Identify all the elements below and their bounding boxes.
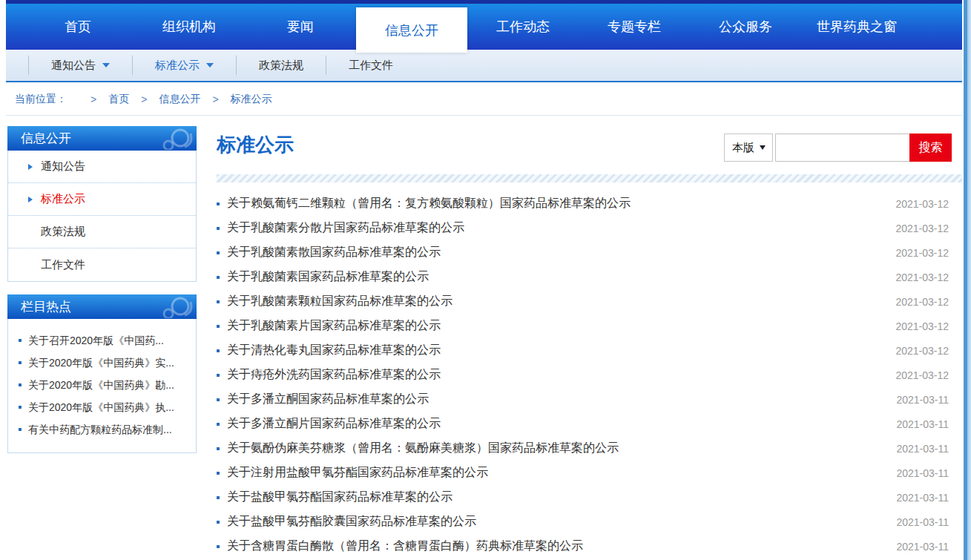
breadcrumb-link[interactable]: 信息公开	[159, 93, 200, 106]
list-item[interactable]: 关于清热化毒丸国家药品标准草案的公示 2021-03-12	[217, 338, 962, 363]
list-item-title[interactable]: 关于清热化毒丸国家药品标准草案的公示	[227, 343, 895, 358]
list-item-title[interactable]: 关于氨酚伪麻美芬糖浆（曾用名：氨酚麻美糖浆）国家药品标准草案的公示	[227, 441, 896, 456]
breadcrumb-link[interactable]: 首页	[108, 93, 129, 106]
list-item[interactable]: 关于赖氨葡钙二维颗粒（曾用名：复方赖氨酸颗粒）国家药品标准草案的公示 2021-…	[217, 191, 962, 216]
list-item-date: 2021-03-11	[896, 467, 949, 479]
list-item-title[interactable]: 关于盐酸甲氯芬酯胶囊国家药品标准草案的公示	[227, 514, 896, 530]
nav-tab-label: 专题专栏	[608, 18, 661, 36]
nav-tab[interactable]: 专题专栏	[579, 4, 690, 50]
list-item-title[interactable]: 关于注射用盐酸甲氯芬酯国家药品标准草案的公示	[227, 465, 896, 481]
sidebar-section-hot: 栏目热点 关于召开2020年版《中国药... 关于2020年版《中国药典》实..…	[7, 294, 197, 453]
bullet-icon	[217, 447, 220, 450]
breadcrumb-item: > 信息公开	[129, 93, 200, 106]
search-input[interactable]	[775, 134, 909, 162]
bullet-icon	[217, 496, 220, 499]
breadcrumb: 当前位置： > 首页 > 信息公开 > 标准公示	[6, 84, 962, 116]
sidebar-menu-item[interactable]: 工作文件	[8, 248, 196, 281]
search-category-select[interactable]: 本版	[724, 134, 773, 162]
list-item-title[interactable]: 关于痔疮外洗药国家药品标准草案的公示	[227, 367, 895, 383]
list-item[interactable]: 关于多潘立酮国家药品标准草案的公示 2021-03-11	[217, 387, 962, 412]
list-item[interactable]: 关于盐酸甲氯芬酯国家药品标准草案的公示 2021-03-11	[217, 485, 962, 510]
list-item-title[interactable]: 关于乳酸菌素颗粒国家药品标准草案的公示	[227, 294, 895, 309]
hot-list-item[interactable]: 关于2020年版《中国药典》实...	[19, 352, 188, 374]
arrow-right-icon	[28, 197, 33, 202]
list-item-date: 2021-03-11	[896, 418, 949, 430]
sidebar-menu-item-label: 通知公告	[41, 159, 85, 174]
breadcrumb-label: 当前位置：	[15, 93, 67, 106]
sidebar-menu-item[interactable]: 通知公告	[8, 151, 196, 183]
subnav-item-label: 工作文件	[349, 59, 393, 73]
breadcrumb-item: > 标准公示	[200, 93, 271, 106]
bullet-icon	[217, 521, 220, 524]
sidebar-menu-item[interactable]: 政策法规	[8, 216, 196, 248]
list-item-date: 2021-03-11	[896, 492, 949, 504]
bullet-icon	[217, 300, 220, 303]
list-item[interactable]: 关于乳酸菌素片国家药品标准草案的公示 2021-03-12	[217, 314, 962, 338]
list-item[interactable]: 关于痔疮外洗药国家药品标准草案的公示 2021-03-12	[217, 363, 962, 387]
bullet-icon	[217, 251, 220, 254]
sidebar-menu-item-label: 标准公示	[41, 192, 85, 206]
subnav-item[interactable]: 标准公示	[132, 56, 236, 75]
subnav-item[interactable]: 政策法规	[236, 56, 326, 75]
nav-tab-label: 工作动态	[496, 18, 550, 36]
sub-nav: 通知公告 标准公示 政策法规 工作文件	[6, 50, 962, 82]
hot-list-item-label: 关于召开2020年版《中国药...	[28, 329, 164, 352]
main-content: 标准公示 本版 搜索 关于赖氨葡钙二维颗粒（曾用名：复方赖氨酸颗粒）国家药品标准…	[208, 126, 962, 559]
list-item[interactable]: 关于乳酸菌素颗粒国家药品标准草案的公示 2021-03-12	[217, 289, 962, 314]
arrow-right-icon	[28, 164, 33, 170]
list-item[interactable]: 关于氨酚伪麻美芬糖浆（曾用名：氨酚麻美糖浆）国家药品标准草案的公示 2021-0…	[217, 436, 962, 461]
hot-list-item[interactable]: 有关中药配方颗粒药品标准制...	[19, 418, 188, 441]
breadcrumb-link[interactable]: 标准公示	[231, 93, 272, 106]
page-title: 标准公示	[217, 132, 294, 158]
nav-tab[interactable]: 公众服务	[690, 4, 801, 50]
nav-tab[interactable]: 工作动态	[467, 4, 579, 50]
list-item-title[interactable]: 关于含糖胃蛋白酶散（曾用名：含糖胃蛋白酶）药典标准草案的公示	[227, 538, 896, 554]
nav-tab[interactable]: 信息公开	[356, 7, 467, 53]
list-item[interactable]: 关于含糖胃蛋白酶散（曾用名：含糖胃蛋白酶）药典标准草案的公示 2021-03-1…	[217, 534, 962, 559]
page-scrollbar[interactable]	[962, 0, 971, 560]
list-item-date: 2021-03-12	[895, 198, 949, 210]
sidebar-menu-item[interactable]: 标准公示	[8, 183, 196, 216]
nav-tab[interactable]: 首页	[22, 4, 134, 50]
list-item[interactable]: 关于多潘立酮片国家药品标准草案的公示 2021-03-11	[217, 412, 962, 436]
nav-tab-label: 世界药典之窗	[817, 18, 897, 36]
list-item-title[interactable]: 关于盐酸甲氯芬酯国家药品标准草案的公示	[227, 490, 896, 505]
subnav-item[interactable]: 工作文件	[326, 56, 415, 75]
hot-list-item-label: 关于2020年版《中国药典》执...	[28, 396, 174, 418]
bullet-icon	[217, 202, 220, 205]
bullet-icon	[217, 472, 220, 475]
list-item-title[interactable]: 关于乳酸菌素分散片国家药品标准草案的公示	[227, 220, 895, 236]
list-item[interactable]: 关于乳酸菌素分散片国家药品标准草案的公示 2021-03-12	[217, 216, 962, 240]
subnav-item-label: 通知公告	[51, 59, 96, 73]
chevron-down-icon	[760, 145, 766, 150]
nav-tab[interactable]: 要闻	[245, 4, 356, 50]
list-item-title[interactable]: 关于赖氨葡钙二维颗粒（曾用名：复方赖氨酸颗粒）国家药品标准草案的公示	[227, 196, 895, 211]
nav-tab[interactable]: 世界药典之窗	[801, 4, 912, 50]
search-button[interactable]: 搜索	[909, 134, 952, 162]
list-item[interactable]: 关于乳酸菌素国家药品标准草案的公示 2021-03-12	[217, 265, 962, 289]
breadcrumb-separator: >	[212, 93, 218, 105]
nav-tab[interactable]: 组织机构	[134, 4, 245, 50]
nav-tab-label: 首页	[65, 18, 91, 36]
hot-list-item[interactable]: 关于2020年版《中国药典》勘...	[19, 374, 188, 396]
list-item[interactable]: 关于盐酸甲氯芬酯胶囊国家药品标准草案的公示 2021-03-11	[217, 510, 962, 534]
bullet-icon	[19, 361, 22, 364]
list-item-date: 2021-03-11	[896, 541, 949, 553]
search-bar: 本版 搜索	[724, 134, 952, 162]
list-item-title[interactable]: 关于多潘立酮国家药品标准草案的公示	[227, 392, 896, 407]
hot-list-item[interactable]: 关于召开2020年版《中国药...	[19, 329, 188, 352]
subnav-item[interactable]: 通知公告	[28, 56, 132, 75]
list-item-title[interactable]: 关于乳酸菌素散国家药品标准草案的公示	[227, 245, 895, 260]
list-item[interactable]: 关于注射用盐酸甲氯芬酯国家药品标准草案的公示 2021-03-11	[217, 461, 962, 485]
subnav-item-label: 政策法规	[259, 59, 303, 73]
list-item-date: 2021-03-12	[895, 369, 949, 381]
list-item-title[interactable]: 关于多潘立酮片国家药品标准草案的公示	[227, 416, 896, 432]
list-item-title[interactable]: 关于乳酸菌素国家药品标准草案的公示	[227, 269, 895, 285]
hot-list-item[interactable]: 关于2020年版《中国药典》执...	[19, 396, 188, 418]
bullet-icon	[19, 428, 22, 431]
main-nav: 首页 组织机构 要闻 信息公开 工作动态 专题专栏 公众服务 世界药典之窗	[6, 4, 962, 50]
list-item-title[interactable]: 关于乳酸菌素片国家药品标准草案的公示	[227, 318, 895, 334]
sidebar-title: 信息公开	[21, 130, 71, 147]
search-category-value: 本版	[732, 141, 754, 155]
list-item[interactable]: 关于乳酸菌素散国家药品标准草案的公示 2021-03-12	[217, 240, 962, 265]
